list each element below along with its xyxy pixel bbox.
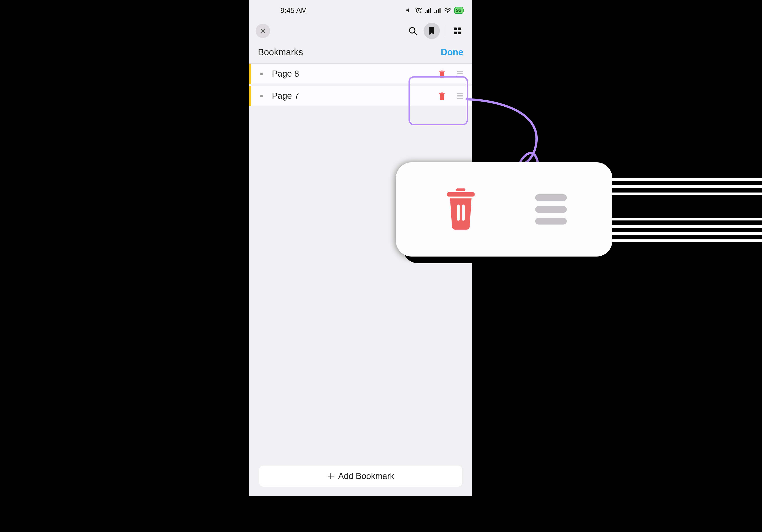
reorder-handle-icon[interactable] <box>457 93 463 99</box>
status-indicators: 92 <box>406 7 463 14</box>
svg-rect-3 <box>428 9 429 13</box>
signal-icon-1 <box>425 8 432 13</box>
svg-rect-22 <box>462 204 465 220</box>
search-button[interactable] <box>405 23 421 39</box>
grid-icon <box>453 27 462 35</box>
svg-rect-16 <box>439 71 445 71</box>
alarm-icon <box>415 7 422 14</box>
battery-indicator: 92 <box>454 7 463 14</box>
bookmark-row[interactable]: Page 7 <box>249 86 472 107</box>
bullet-icon <box>260 73 263 75</box>
row-accent <box>249 64 251 84</box>
reorder-handle-icon <box>535 194 567 225</box>
svg-rect-5 <box>434 12 435 13</box>
search-icon <box>408 26 418 36</box>
plus-icon <box>327 472 335 480</box>
bookmark-label: Page 7 <box>272 91 438 101</box>
section-header: Bookmarks Done <box>249 41 472 64</box>
svg-rect-13 <box>454 32 457 34</box>
bookmark-label: Page 8 <box>272 69 438 79</box>
close-button[interactable] <box>256 24 270 38</box>
svg-rect-21 <box>457 204 460 220</box>
grid-button[interactable] <box>449 23 466 39</box>
svg-rect-4 <box>430 8 431 13</box>
status-time: 9:45 AM <box>280 6 307 15</box>
trash-icon[interactable] <box>438 92 446 100</box>
done-button[interactable]: Done <box>441 47 463 57</box>
row-accent <box>249 86 251 106</box>
trash-icon <box>442 189 480 231</box>
close-icon <box>260 28 266 34</box>
svg-point-9 <box>447 12 448 13</box>
toolbar <box>249 21 472 41</box>
bookmark-row-actions <box>438 92 463 100</box>
svg-rect-11 <box>454 28 457 30</box>
svg-rect-15 <box>441 70 443 70</box>
signal-icon-2 <box>434 8 441 13</box>
wifi-icon <box>444 7 452 13</box>
svg-rect-6 <box>436 10 437 13</box>
reorder-handle-icon[interactable] <box>457 71 463 77</box>
bookmark-list: Page 8 Page 7 <box>249 64 472 108</box>
bullet-icon <box>260 95 263 97</box>
svg-rect-8 <box>439 8 440 13</box>
svg-rect-12 <box>458 28 461 30</box>
section-title: Bookmarks <box>258 47 303 57</box>
svg-rect-18 <box>439 93 445 94</box>
add-bookmark-label: Add Bookmark <box>338 471 394 481</box>
svg-rect-1 <box>425 12 426 13</box>
bookmark-row[interactable]: Page 8 <box>249 64 472 84</box>
toolbar-divider <box>444 26 444 36</box>
svg-rect-17 <box>441 92 443 92</box>
svg-rect-2 <box>426 10 428 13</box>
svg-rect-20 <box>447 192 474 196</box>
add-bookmark-button[interactable]: Add Bookmark <box>259 465 462 487</box>
status-bar: 9:45 AM 92 <box>249 0 472 21</box>
bookmark-icon <box>428 26 435 36</box>
bookmarks-button[interactable] <box>423 23 440 39</box>
decorative-lines <box>612 178 762 242</box>
bookmark-row-actions <box>438 70 463 78</box>
volume-icon <box>406 7 412 14</box>
svg-rect-14 <box>458 32 461 34</box>
svg-rect-19 <box>456 189 465 191</box>
svg-rect-7 <box>438 9 439 13</box>
callout-zoom <box>396 162 612 257</box>
trash-icon[interactable] <box>438 70 446 78</box>
